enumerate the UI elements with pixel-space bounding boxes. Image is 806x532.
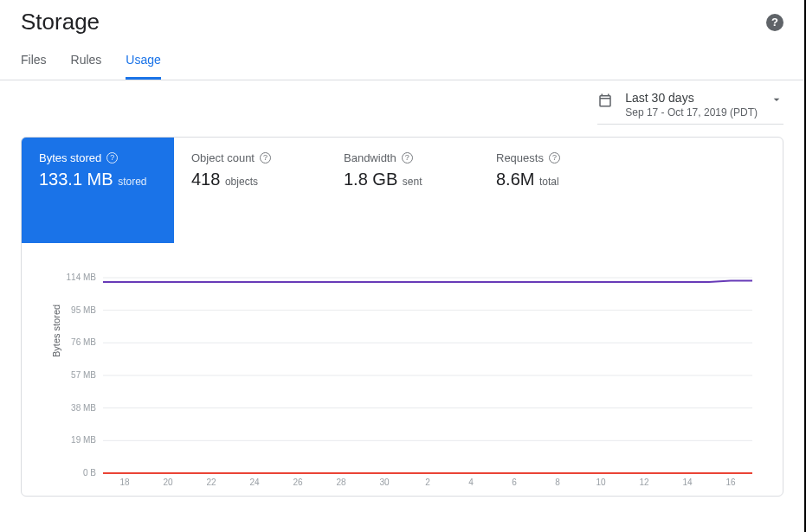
metric-title: Bytes stored bbox=[39, 151, 101, 164]
y-axis-label: Bytes stored bbox=[51, 304, 61, 357]
metric-unit: objects bbox=[225, 176, 258, 188]
svg-text:8: 8 bbox=[555, 478, 560, 487]
metric-title: Object count bbox=[191, 151, 255, 164]
bytes-stored-chart: 0 B19 MB38 MB57 MB76 MB95 MB114 MB182022… bbox=[42, 269, 761, 494]
metric-bytes-stored[interactable]: Bytes stored ? 133.1 MB stored bbox=[22, 138, 174, 243]
metric-unit: total bbox=[539, 176, 559, 188]
metric-title: Requests bbox=[496, 151, 544, 164]
svg-text:12: 12 bbox=[639, 478, 649, 487]
svg-text:20: 20 bbox=[163, 478, 173, 487]
svg-text:24: 24 bbox=[249, 478, 260, 487]
chart-area: Bytes stored 0 B19 MB38 MB57 MB76 MB95 M… bbox=[22, 243, 783, 496]
svg-text:26: 26 bbox=[293, 478, 303, 487]
metric-unit: stored bbox=[118, 176, 146, 188]
tab-files[interactable]: Files bbox=[21, 53, 47, 80]
tabs: Files Rules Usage bbox=[0, 35, 804, 80]
metric-bandwidth[interactable]: Bandwidth ? 1.8 GB sent bbox=[326, 138, 479, 243]
svg-text:18: 18 bbox=[119, 478, 130, 487]
svg-text:22: 22 bbox=[206, 478, 216, 487]
chevron-down-icon bbox=[770, 93, 783, 110]
calendar-icon bbox=[597, 93, 613, 112]
metric-object-count[interactable]: Object count ? 418 objects bbox=[174, 138, 326, 243]
svg-text:16: 16 bbox=[725, 478, 736, 487]
date-range-label: Last 30 days bbox=[625, 91, 758, 105]
info-icon[interactable]: ? bbox=[402, 152, 413, 163]
metric-value: 1.8 GB bbox=[344, 170, 397, 189]
metric-value: 8.6M bbox=[496, 170, 534, 189]
svg-text:0 B: 0 B bbox=[83, 468, 96, 478]
date-range-text: Last 30 days Sep 17 - Oct 17, 2019 (PDT) bbox=[625, 91, 758, 119]
svg-text:38 MB: 38 MB bbox=[71, 403, 96, 413]
info-icon[interactable]: ? bbox=[106, 152, 118, 163]
tab-usage[interactable]: Usage bbox=[126, 53, 160, 80]
date-range-sub: Sep 17 - Oct 17, 2019 (PDT) bbox=[625, 106, 758, 119]
svg-text:2: 2 bbox=[425, 478, 430, 487]
metric-unit: sent bbox=[403, 176, 422, 188]
metrics-row: Bytes stored ? 133.1 MB stored Object co… bbox=[22, 138, 783, 243]
svg-text:14: 14 bbox=[682, 478, 693, 487]
date-range-selector[interactable]: Last 30 days Sep 17 - Oct 17, 2019 (PDT) bbox=[597, 91, 783, 125]
usage-card: Bytes stored ? 133.1 MB stored Object co… bbox=[21, 137, 783, 497]
page-title: Storage bbox=[21, 9, 100, 35]
svg-text:76 MB: 76 MB bbox=[71, 337, 96, 347]
svg-text:114 MB: 114 MB bbox=[67, 272, 97, 282]
svg-text:4: 4 bbox=[468, 478, 474, 487]
svg-text:30: 30 bbox=[379, 478, 390, 487]
svg-text:57 MB: 57 MB bbox=[71, 370, 96, 380]
svg-text:28: 28 bbox=[336, 478, 346, 487]
info-icon[interactable]: ? bbox=[260, 152, 271, 163]
svg-text:6: 6 bbox=[512, 478, 517, 487]
help-icon[interactable]: ? bbox=[766, 14, 783, 31]
svg-text:19 MB: 19 MB bbox=[71, 435, 96, 445]
metric-requests[interactable]: Requests ? 8.6M total bbox=[479, 138, 631, 243]
info-icon[interactable]: ? bbox=[549, 152, 560, 163]
metric-title: Bandwidth bbox=[344, 151, 397, 164]
svg-text:10: 10 bbox=[596, 478, 606, 487]
svg-text:95 MB: 95 MB bbox=[71, 305, 96, 315]
metric-value: 133.1 MB bbox=[39, 170, 113, 189]
metric-value: 418 bbox=[191, 170, 220, 189]
tab-rules[interactable]: Rules bbox=[71, 53, 102, 80]
